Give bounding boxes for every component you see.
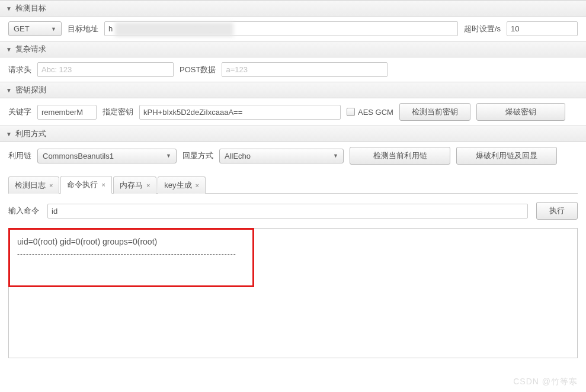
req-header-input[interactable] xyxy=(37,62,174,77)
chevron-down-icon: ▼ xyxy=(51,26,56,32)
echo-value: AllEcho xyxy=(225,152,251,160)
chevron-down-icon: ▼ xyxy=(166,153,171,159)
section-header-complex[interactable]: ▼ 复杂请求 xyxy=(0,41,586,57)
output-separator: ----------------------------------------… xyxy=(17,250,569,258)
output-area[interactable]: uid=0(root) gid=0(root) groups=0(root) -… xyxy=(8,228,578,358)
aes-gcm-label: AES GCM xyxy=(358,108,393,117)
http-method-select[interactable]: GET ▼ xyxy=(8,21,62,36)
checkbox-icon xyxy=(347,108,355,116)
brute-chain-button[interactable]: 爆破利用链及回显 xyxy=(456,147,557,165)
section-title: 检测目标 xyxy=(15,3,46,14)
timeout-input[interactable] xyxy=(507,21,578,36)
req-header-label: 请求头 xyxy=(8,65,31,75)
specify-key-label: 指定密钥 xyxy=(103,107,133,117)
section-title: 密钥探测 xyxy=(15,85,46,95)
section-title: 复杂请求 xyxy=(15,44,46,54)
command-row: 输入命令 执行 xyxy=(0,194,586,228)
specify-key-input[interactable] xyxy=(139,105,341,120)
section-body-key: 关键字 指定密钥 AES GCM 检测当前密钥 爆破密钥 xyxy=(0,98,586,126)
tab-label: 检测日志 xyxy=(15,180,46,191)
section-title: 利用方式 xyxy=(15,128,46,139)
command-label: 输入命令 xyxy=(8,205,39,216)
tab-label: key生成 xyxy=(164,180,191,191)
section-header-target[interactable]: ▼ 检测目标 xyxy=(0,0,586,17)
close-icon[interactable]: × xyxy=(101,181,105,188)
chevron-down-icon: ▼ xyxy=(333,153,338,159)
tab-log[interactable]: 检测日志 × xyxy=(8,176,59,194)
collapse-icon: ▼ xyxy=(6,131,12,137)
echo-label: 回显方式 xyxy=(182,150,213,161)
section-header-key[interactable]: ▼ 密钥探测 xyxy=(0,82,586,98)
execute-button[interactable]: 执行 xyxy=(536,202,578,220)
section-body-exploit: 利用链 CommonsBeanutils1 ▼ 回显方式 AllEcho ▼ 检… xyxy=(0,142,586,169)
chain-label: 利用链 xyxy=(8,150,31,161)
check-key-button[interactable]: 检测当前密钥 xyxy=(399,103,470,121)
section-body-target: GET ▼ 目标地址 超时设置/s xyxy=(0,17,586,41)
check-chain-button[interactable]: 检测当前利用链 xyxy=(350,147,450,165)
tab-label: 内存马 xyxy=(120,180,143,191)
section-header-exploit[interactable]: ▼ 利用方式 xyxy=(0,126,586,142)
chain-select[interactable]: CommonsBeanutils1 ▼ xyxy=(37,149,177,163)
keyword-label: 关键字 xyxy=(8,107,31,117)
url-label: 目标地址 xyxy=(68,24,98,34)
brute-key-button[interactable]: 爆破密钥 xyxy=(476,103,565,121)
echo-select[interactable]: AllEcho ▼ xyxy=(219,149,344,163)
tab-keygen[interactable]: key生成 × xyxy=(158,176,206,194)
collapse-icon: ▼ xyxy=(6,46,12,53)
output-text: uid=0(root) gid=0(root) groups=0(root) xyxy=(17,237,569,246)
tab-bar: 检测日志 × 命令执行 × 内存马 × key生成 × xyxy=(0,169,586,193)
close-icon[interactable]: × xyxy=(196,182,199,189)
chain-value: CommonsBeanutils1 xyxy=(43,152,114,160)
close-icon[interactable]: × xyxy=(49,182,53,189)
tab-memshell[interactable]: 内存马 × xyxy=(113,176,156,194)
aes-gcm-checkbox[interactable]: AES GCM xyxy=(347,108,393,117)
post-data-input[interactable] xyxy=(222,62,388,77)
collapse-icon: ▼ xyxy=(6,87,12,94)
command-input[interactable] xyxy=(47,204,528,219)
post-data-label: POST数据 xyxy=(180,65,216,75)
section-body-complex: 请求头 POST数据 xyxy=(0,57,586,82)
url-input-wrap xyxy=(104,21,458,36)
close-icon[interactable]: × xyxy=(146,182,150,189)
keyword-input[interactable] xyxy=(37,105,97,120)
collapse-icon: ▼ xyxy=(6,5,12,12)
timeout-label: 超时设置/s xyxy=(464,24,501,34)
tab-label: 命令执行 xyxy=(67,179,98,190)
url-input[interactable] xyxy=(104,21,458,36)
http-method-value: GET xyxy=(14,24,30,33)
tab-cmd-exec[interactable]: 命令执行 × xyxy=(60,176,111,194)
